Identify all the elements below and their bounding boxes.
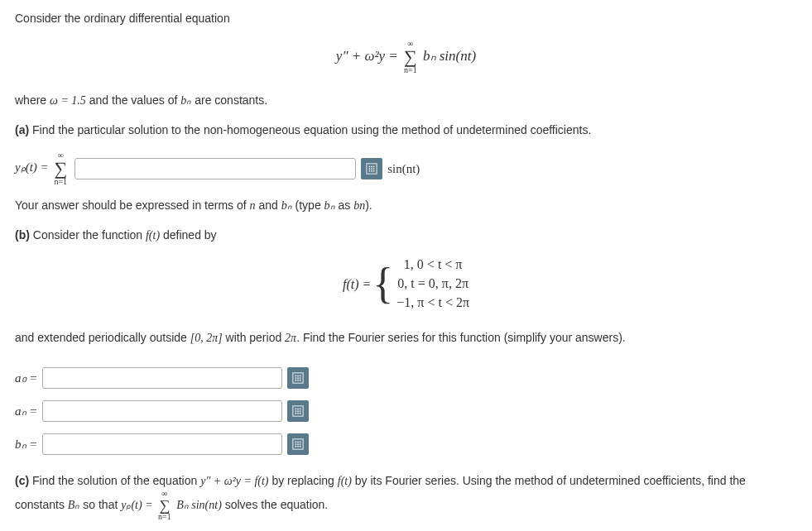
pc-sum-bot: n=1 bbox=[158, 513, 171, 521]
svg-point-24 bbox=[295, 410, 297, 412]
svg-point-28 bbox=[298, 413, 300, 414]
svg-point-27 bbox=[295, 413, 297, 414]
svg-point-29 bbox=[300, 413, 301, 414]
svg-point-7 bbox=[369, 170, 371, 172]
svg-point-2 bbox=[371, 166, 372, 168]
part-b-label: (b) bbox=[15, 228, 30, 242]
ext-pre: and extended periodically outside bbox=[15, 331, 190, 344]
yp-after: sin(nt) bbox=[387, 162, 420, 176]
keypad-icon bbox=[366, 163, 377, 175]
pc-eq: y″ + ω²y = f(t) bbox=[200, 475, 268, 487]
a0-label: a₀ = bbox=[15, 371, 37, 385]
pc-t2: by replacing bbox=[269, 474, 338, 487]
bn-label: bₙ = bbox=[15, 437, 37, 452]
svg-point-21 bbox=[295, 409, 297, 410]
part-a: (a) Find the particular solution to the … bbox=[15, 122, 797, 139]
svg-point-17 bbox=[295, 380, 297, 381]
pc-sum: ∞∑n=1 bbox=[156, 490, 174, 521]
an-calc-button[interactable] bbox=[287, 400, 309, 422]
part-b-text2: defined by bbox=[160, 228, 217, 242]
pc-Bn: Bₙ bbox=[68, 499, 80, 511]
sum-lower: n=1 bbox=[404, 66, 417, 74]
pc-t1: Find the solution of the equation bbox=[29, 474, 200, 487]
svg-point-13 bbox=[300, 376, 301, 377]
pc-t5: solves the equation. bbox=[222, 498, 328, 511]
svg-point-1 bbox=[369, 166, 371, 168]
note-as: as bbox=[335, 199, 354, 212]
svg-point-15 bbox=[298, 377, 300, 379]
where-mid: and the values of bbox=[86, 93, 180, 107]
part-b-ft: f(t) bbox=[146, 229, 160, 242]
svg-point-22 bbox=[298, 409, 300, 410]
ext-period: 2π bbox=[285, 332, 296, 344]
svg-point-34 bbox=[295, 443, 297, 445]
yp-input[interactable] bbox=[74, 158, 356, 179]
an-input[interactable] bbox=[42, 400, 282, 422]
yp-calc-button[interactable] bbox=[361, 158, 382, 179]
keypad-icon bbox=[292, 372, 304, 384]
bn-input[interactable] bbox=[42, 433, 282, 455]
pc-rhs: Bₙ sin(nt) bbox=[174, 499, 222, 511]
svg-point-32 bbox=[298, 442, 300, 443]
note-bn3: bn bbox=[353, 199, 365, 212]
note-bn2: bₙ bbox=[324, 199, 335, 212]
where-post: are constants. bbox=[191, 93, 267, 107]
an-label: aₙ = bbox=[15, 404, 37, 419]
svg-point-8 bbox=[371, 170, 372, 172]
note-bn: bₙ bbox=[281, 199, 292, 212]
case2: 0, t = 0, π, 2π bbox=[396, 275, 469, 293]
svg-point-23 bbox=[300, 409, 301, 410]
svg-point-6 bbox=[373, 168, 375, 170]
where-bn: bₙ bbox=[180, 94, 191, 107]
main-equation: y″ + ω²y = ∞ ∑ n=1 bₙ sin(nt) bbox=[15, 40, 797, 74]
part-b: (b) Consider the function f(t) defined b… bbox=[15, 227, 797, 244]
case3: −1, π < t < 2π bbox=[396, 294, 469, 312]
yp-label: yₚ(t) = ∞ ∑ n=1 bbox=[15, 151, 70, 186]
svg-point-12 bbox=[298, 376, 300, 377]
eq-lhs: y″ + ω²y = bbox=[336, 48, 401, 64]
note-n: n bbox=[250, 199, 256, 212]
svg-point-4 bbox=[369, 168, 371, 170]
note-pre: Your answer should be expressed in terms… bbox=[15, 199, 250, 212]
note-and: and bbox=[256, 199, 281, 212]
part-b-text: Consider the function bbox=[30, 228, 146, 242]
ext-mid: with period bbox=[223, 331, 285, 344]
sigma-icon: ∑ bbox=[54, 160, 67, 178]
svg-point-14 bbox=[295, 377, 297, 379]
note-end: ). bbox=[365, 199, 372, 212]
yp-sum: ∞ ∑ n=1 bbox=[51, 151, 70, 186]
note-mid: (type bbox=[292, 199, 324, 212]
part-a-label: (a) bbox=[15, 123, 29, 136]
svg-point-18 bbox=[298, 380, 300, 381]
pc-ft: f(t) bbox=[338, 475, 352, 487]
pc-yp: yₚ(t) = bbox=[121, 499, 156, 511]
sigma-icon: ∑ bbox=[159, 498, 170, 513]
sigma-icon: ∑ bbox=[404, 48, 417, 66]
bn-calc-button[interactable] bbox=[287, 433, 309, 455]
piecewise-lhs: f(t) = bbox=[343, 277, 371, 292]
a0-input[interactable] bbox=[42, 367, 282, 389]
svg-point-3 bbox=[373, 166, 375, 168]
an-row: aₙ = bbox=[15, 400, 797, 422]
eq-rhs: bₙ sin(nt) bbox=[423, 48, 476, 64]
svg-point-9 bbox=[373, 170, 375, 172]
bn-row: bₙ = bbox=[15, 433, 797, 455]
svg-point-35 bbox=[298, 443, 300, 445]
svg-point-16 bbox=[300, 377, 301, 379]
a0-row: a₀ = bbox=[15, 367, 797, 389]
a0-calc-button[interactable] bbox=[287, 367, 309, 389]
note-a: Your answer should be expressed in terms… bbox=[15, 198, 797, 214]
part-c-label: (c) bbox=[15, 474, 29, 487]
svg-point-5 bbox=[371, 168, 372, 170]
where-omega: ω = 1.5 bbox=[50, 94, 86, 107]
extend-line: and extended periodically outside [0, 2π… bbox=[15, 330, 797, 347]
svg-point-31 bbox=[295, 442, 297, 443]
svg-point-38 bbox=[298, 446, 300, 447]
svg-point-26 bbox=[300, 410, 301, 412]
intro-text: Consider the ordinary differential equat… bbox=[15, 12, 797, 25]
part-c: (c) Find the solution of the equation y″… bbox=[15, 473, 797, 521]
case1: 1, 0 < t < π bbox=[396, 256, 469, 274]
where-pre: where bbox=[15, 93, 50, 107]
yp-label-text: yₚ(t) = bbox=[15, 161, 51, 175]
piecewise-eq: f(t) = { 1, 0 < t < π 0, t = 0, π, 2π −1… bbox=[15, 256, 797, 311]
